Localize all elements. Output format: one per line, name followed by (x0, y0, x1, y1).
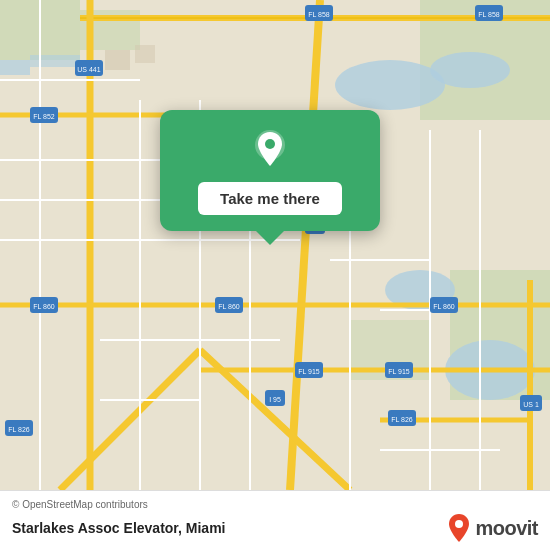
map-svg: FL 858 FL 858 US 441 I 95 I 95 FL 852 FL… (0, 0, 550, 490)
svg-text:FL 860: FL 860 (218, 303, 240, 310)
svg-text:FL 826: FL 826 (8, 426, 30, 433)
svg-text:FL 915: FL 915 (298, 368, 320, 375)
popup-card: Take me there (160, 110, 380, 231)
take-me-there-button[interactable]: Take me there (198, 182, 342, 215)
bottom-info-row: Starlakes Assoc Elevator, Miami moovit (12, 514, 538, 542)
moovit-brand-text: moovit (475, 517, 538, 540)
svg-text:I 95: I 95 (269, 396, 281, 403)
svg-rect-10 (0, 60, 30, 75)
location-name: Starlakes Assoc Elevator, Miami (12, 520, 225, 536)
svg-point-7 (430, 52, 510, 88)
svg-rect-69 (105, 50, 130, 70)
svg-text:US 1: US 1 (523, 401, 539, 408)
svg-point-73 (455, 520, 463, 528)
svg-text:FL 860: FL 860 (33, 303, 55, 310)
svg-rect-70 (135, 45, 155, 63)
svg-text:FL 858: FL 858 (308, 11, 330, 18)
moovit-logo: moovit (447, 514, 538, 542)
svg-text:FL 826: FL 826 (391, 416, 413, 423)
svg-text:FL 852: FL 852 (33, 113, 55, 120)
svg-text:US 441: US 441 (77, 66, 100, 73)
svg-text:FL 915: FL 915 (388, 368, 410, 375)
svg-point-6 (335, 60, 445, 110)
svg-text:FL 860: FL 860 (433, 303, 455, 310)
map-attribution: © OpenStreetMap contributors (12, 499, 538, 510)
location-pin-icon (248, 128, 292, 172)
moovit-pin-icon (447, 514, 471, 542)
svg-point-72 (265, 139, 275, 149)
svg-text:FL 858: FL 858 (478, 11, 500, 18)
map-container: FL 858 FL 858 US 441 I 95 I 95 FL 852 FL… (0, 0, 550, 490)
bottom-bar: © OpenStreetMap contributors Starlakes A… (0, 490, 550, 550)
svg-rect-11 (30, 55, 80, 67)
